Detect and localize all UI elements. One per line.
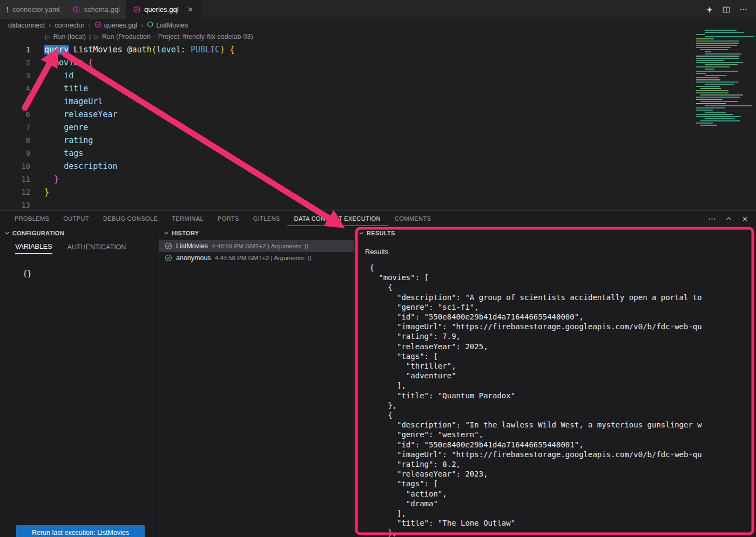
code-text: tags <box>44 147 83 160</box>
close-tab-icon[interactable] <box>187 6 194 13</box>
code-line: 5 imageUrl <box>0 95 693 108</box>
code-text: imageUrl <box>44 95 103 108</box>
code-line: 4 title <box>0 82 693 95</box>
configuration-title: CONFIGURATION <box>12 230 64 236</box>
history-header[interactable]: HISTORY <box>159 226 354 240</box>
configuration-header[interactable]: CONFIGURATION <box>0 226 159 240</box>
code-line: 1query ListMovies @auth(level: PUBLIC) { <box>0 43 693 56</box>
results-label: Results <box>365 248 756 256</box>
panel-tab-terminal[interactable]: TERMINAL <box>165 211 211 226</box>
code-line: 12} <box>0 186 693 199</box>
chevron-up-icon[interactable] <box>725 215 732 222</box>
codelens-divider: | <box>89 33 91 40</box>
code-line: 13 <box>0 199 693 212</box>
tab-label: queries.gql <box>144 5 179 13</box>
codelens: ▷ Run (local) | ▷ Run (Production – Proj… <box>45 31 253 42</box>
close-icon[interactable] <box>741 215 748 222</box>
code-editor[interactable]: 1query ListMovies @auth(level: PUBLIC) {… <box>0 43 693 212</box>
code-line: 9 tags <box>0 147 693 160</box>
chevron-down-icon <box>4 230 10 236</box>
config-tab-variables[interactable]: VARIABLES <box>15 243 52 254</box>
chevron-down-icon <box>164 230 169 236</box>
code-line: 7 genre <box>0 121 693 134</box>
results-title: RESULTS <box>367 230 395 236</box>
breadcrumb-separator: › <box>49 21 51 29</box>
line-number: 9 <box>0 147 30 160</box>
panel-tab-output[interactable]: OUTPUT <box>56 211 96 226</box>
panel-tab-problems[interactable]: PROBLEMS <box>8 211 56 226</box>
bottom-panel: PROBLEMSOUTPUTDEBUG CONSOLETERMINALPORTS… <box>0 210 756 537</box>
code-text: } <box>44 173 59 186</box>
code-text: releaseYear <box>44 108 117 121</box>
chevron-down-icon <box>359 230 364 236</box>
code-text: movies { <box>44 56 93 69</box>
more-actions-icon[interactable] <box>708 215 716 223</box>
line-number: 2 <box>0 56 30 69</box>
history-meta: 4:48:59 PM GMT+2 | Arguments: {} <box>212 243 308 249</box>
split-editor-icon[interactable] <box>723 6 730 13</box>
results-json: { "movies": [ { "description": "A group … <box>365 263 756 537</box>
line-number: 7 <box>0 121 30 134</box>
history-row-anonymous[interactable]: anonymous4:43:58 PM GMT+2 | Arguments: {… <box>159 252 354 264</box>
graphql-file-icon <box>133 6 140 13</box>
breadcrumb-label: ListMovies <box>156 22 188 29</box>
code-line: 10 description <box>0 160 693 173</box>
breadcrumb-separator: › <box>141 21 143 29</box>
yaml-file-icon: ! <box>6 6 9 13</box>
breadcrumb-item-connector[interactable]: connector <box>55 22 84 29</box>
line-number: 11 <box>0 173 30 186</box>
configuration-tabs: VARIABLESAUTHENTICATION <box>0 240 159 256</box>
line-number: 10 <box>0 160 30 173</box>
graphql-file-icon <box>73 6 80 13</box>
history-title: HISTORY <box>172 230 199 236</box>
history-row-ListMovies[interactable]: ListMovies4:48:59 PM GMT+2 | Arguments: … <box>159 240 354 252</box>
symbol-operation-icon <box>147 21 153 29</box>
config-tab-authentication[interactable]: AUTHENTICATION <box>68 243 126 254</box>
code-text: id <box>44 69 73 82</box>
breadcrumb-item-queries-gql[interactable]: queries.gql <box>94 21 137 30</box>
panel-tab-comments[interactable]: COMMENTS <box>388 211 438 226</box>
panel-tabs: PROBLEMSOUTPUTDEBUG CONSOLETERMINALPORTS… <box>8 211 438 226</box>
panel-tab-ports[interactable]: PORTS <box>211 211 246 226</box>
rerun-button[interactable]: Rerun last execution: ListMovies <box>16 525 145 537</box>
history-meta: 4:43:58 PM GMT+2 | Arguments: {} <box>215 255 312 261</box>
sparkle-icon[interactable] <box>706 6 713 13</box>
run-production-link[interactable]: Run (Production – Project: friendly-flix… <box>102 33 253 40</box>
check-circle-icon <box>165 254 172 262</box>
graphql-file-icon <box>94 21 102 30</box>
editor-tab-connector-yaml[interactable]: !connector.yaml <box>0 0 66 19</box>
results-header[interactable]: RESULTS <box>354 226 756 240</box>
panel-tab-gitlens[interactable]: GITLENS <box>246 211 287 226</box>
breadcrumb-item-ListMovies[interactable]: ListMovies <box>147 21 188 29</box>
run-icon: ▷ <box>45 33 50 40</box>
breadcrumb-separator: › <box>88 21 90 29</box>
breadcrumb: dataconnect›connector›queries.gql›ListMo… <box>0 19 756 31</box>
history-pane: HISTORY ListMovies4:48:59 PM GMT+2 | Arg… <box>159 226 354 537</box>
editor-tab-queries-gql[interactable]: queries.gql <box>127 0 201 19</box>
panel-tab-data-connect-execution[interactable]: DATA CONNECT EXECUTION <box>287 211 388 226</box>
panel-tab-debug-console[interactable]: DEBUG CONSOLE <box>96 211 165 226</box>
code-text: description <box>44 160 117 173</box>
line-number: 13 <box>0 199 30 212</box>
editor-tabs: !connector.yamlschema.gqlqueries.gql <box>0 0 201 19</box>
more-actions-icon[interactable] <box>739 5 747 13</box>
panel-tab-bar: PROBLEMSOUTPUTDEBUG CONSOLETERMINALPORTS… <box>0 211 756 226</box>
line-number: 1 <box>0 43 30 56</box>
vscode-window: !connector.yamlschema.gqlqueries.gql dat… <box>0 0 756 537</box>
code-text: title <box>44 82 88 95</box>
editor-actions <box>706 0 756 19</box>
history-name: ListMovies <box>176 242 208 250</box>
code-text: } <box>44 186 49 199</box>
code-line: 2 movies { <box>0 56 693 69</box>
minimap[interactable] <box>693 30 755 129</box>
code-text: rating <box>44 134 93 147</box>
configuration-pane: CONFIGURATION VARIABLESAUTHENTICATION {}… <box>0 226 159 537</box>
run-local-link[interactable]: Run (local) <box>53 33 85 40</box>
breadcrumb-item-dataconnect[interactable]: dataconnect <box>8 22 45 29</box>
line-number: 3 <box>0 69 30 82</box>
line-number: 6 <box>0 108 30 121</box>
editor-tab-schema-gql[interactable]: schema.gql <box>66 0 126 19</box>
code-line: 11 } <box>0 173 693 186</box>
tab-label: connector.yaml <box>12 5 59 13</box>
line-number: 5 <box>0 95 30 108</box>
